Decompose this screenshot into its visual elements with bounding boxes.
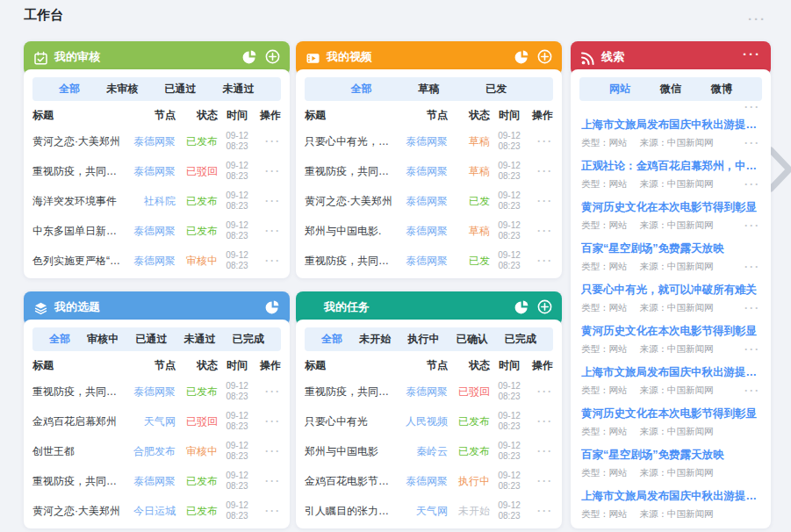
lead-title-link[interactable]: 上海市文旅局发布国庆中秋出游提示：重视防...: [581, 489, 760, 504]
tab-my-topic-1[interactable]: 审核中: [87, 332, 119, 347]
tab-my-video-2[interactable]: 已发: [485, 82, 507, 97]
pie-chart-icon[interactable]: [514, 49, 529, 64]
add-icon[interactable]: [537, 299, 552, 314]
row-more-button[interactable]: ···: [256, 506, 281, 516]
lead-more-button[interactable]: ···: [744, 262, 760, 272]
row-more-button[interactable]: ···: [529, 506, 553, 516]
status-badge: 已发布: [176, 134, 218, 149]
row-more-button[interactable]: ···: [256, 416, 281, 427]
row-title: 重视防疫，共同抗疫: [305, 164, 393, 179]
tab-my-task-4[interactable]: 已完成: [505, 332, 536, 347]
lead-title-link[interactable]: 黄河历史文化在本次电影节得到彰显: [581, 200, 760, 215]
row-more-button[interactable]: ···: [529, 416, 553, 427]
row-node-link[interactable]: 秦岭云: [393, 444, 448, 459]
row-clock: 08:23: [218, 511, 256, 521]
topic-table: 重视防疫，共同抗疫泰德网聚已发布09-1208:23···金鸡百花启幕郑州天气网…: [24, 377, 290, 526]
row-node-link[interactable]: 天气网: [121, 414, 176, 429]
lead-more-button[interactable]: ···: [744, 385, 760, 396]
tab-my-task-2[interactable]: 执行中: [407, 332, 439, 347]
row-date: 09-12: [490, 131, 529, 141]
pie-chart-icon[interactable]: [265, 299, 280, 314]
row-node-link[interactable]: 泰德网聚: [393, 164, 448, 179]
tab-my-review-0[interactable]: 全部: [59, 82, 80, 97]
row-more-button[interactable]: ···: [529, 136, 553, 147]
row-more-button[interactable]: ···: [529, 226, 553, 236]
row-more-button[interactable]: ···: [256, 255, 281, 266]
row-node-link[interactable]: 泰德网聚: [393, 385, 448, 399]
add-icon[interactable]: [265, 49, 280, 64]
tab-my-task-3[interactable]: 已确认: [457, 332, 488, 347]
row-more-button[interactable]: ···: [529, 446, 553, 457]
tab-my-topic-2[interactable]: 已通过: [135, 332, 167, 347]
row-more-button[interactable]: ···: [529, 255, 553, 266]
pie-chart-icon[interactable]: [514, 299, 529, 314]
row-time: 09-1208:23: [218, 250, 256, 271]
row-node-link[interactable]: 今日运城: [121, 504, 176, 519]
row-more-button[interactable]: ···: [529, 196, 553, 206]
page-more-button[interactable]: ···: [748, 12, 766, 25]
tab-my-video-1[interactable]: 草稿: [419, 82, 440, 97]
row-node-link[interactable]: 合肥发布: [121, 444, 176, 459]
row-more-button[interactable]: ···: [529, 476, 553, 486]
row-more-button[interactable]: ···: [256, 166, 281, 176]
tab-my-topic-3[interactable]: 未通过: [184, 332, 216, 347]
tab-my-review-1[interactable]: 未审核: [106, 82, 138, 97]
lead-more-button[interactable]: ···: [744, 220, 760, 231]
lead-title-link[interactable]: 百家“星空剧场”免费露天放映: [581, 241, 760, 256]
status-badge: 审核中: [176, 254, 218, 269]
row-node-link[interactable]: 天气网: [393, 504, 448, 519]
tab-leads-2[interactable]: 微博: [711, 82, 732, 97]
row-node-link[interactable]: 泰德网聚: [393, 194, 448, 209]
row-more-button[interactable]: ···: [256, 446, 281, 457]
row-node-link[interactable]: 泰德网聚: [121, 254, 176, 269]
lead-more-button[interactable]: ···: [744, 179, 760, 190]
row-node-link[interactable]: 社科院: [121, 194, 176, 209]
lead-title-link[interactable]: 上海市文旅局发布国庆中秋出游提示：重视防...: [581, 365, 760, 380]
pie-chart-icon[interactable]: [242, 49, 257, 64]
column-header: 时间: [218, 108, 256, 123]
tab-my-topic-4[interactable]: 已完成: [233, 332, 264, 347]
lead-more-button[interactable]: ···: [744, 344, 760, 355]
row-node-link[interactable]: 泰德网聚: [121, 385, 176, 399]
add-icon[interactable]: [537, 49, 552, 64]
lead-title-link[interactable]: 百家“星空剧场”免费露天放映: [581, 448, 760, 463]
row-node-link[interactable]: 泰德网聚: [121, 224, 176, 239]
row-more-button[interactable]: ···: [529, 386, 553, 397]
row-more-button[interactable]: ···: [256, 226, 281, 236]
tab-leads-0[interactable]: 网站: [609, 82, 630, 97]
row-node-link[interactable]: 泰德网聚: [393, 254, 448, 269]
lead-title-link[interactable]: 上海市文旅局发布国庆中秋出游提示：重视防...: [581, 118, 760, 133]
lead-title-link[interactable]: 只要心中有光，就可以冲破所有难关: [581, 283, 760, 298]
row-node-link[interactable]: 泰德网聚: [393, 224, 448, 239]
row-title: 黄河之恋·大美郑州: [32, 504, 121, 519]
row-more-button[interactable]: ···: [256, 196, 281, 206]
tab-my-review-3[interactable]: 未通过: [223, 82, 255, 97]
leads-tabs-more-button[interactable]: ···: [571, 102, 760, 112]
row-node-link[interactable]: 泰德网聚: [121, 164, 176, 179]
lead-title-link[interactable]: 黄河历史文化在本次电影节得到彰显: [581, 324, 760, 339]
row-more-button[interactable]: ···: [256, 386, 281, 397]
tab-my-task-1[interactable]: 未开始: [359, 332, 391, 347]
carousel-next-icon[interactable]: [767, 146, 791, 197]
more-icon[interactable]: ···: [743, 47, 761, 67]
tab-my-topic-0[interactable]: 全部: [49, 332, 70, 347]
lead-more-button[interactable]: ···: [744, 138, 760, 148]
row-more-button[interactable]: ···: [256, 476, 281, 486]
rss-icon: [580, 51, 595, 66]
tab-leads-1[interactable]: 微信: [660, 82, 681, 97]
lead-title-link[interactable]: 黄河历史文化在本次电影节得到彰显: [581, 406, 760, 421]
row-node-link[interactable]: 泰德网聚: [393, 134, 448, 149]
row-node-link[interactable]: 泰德网聚: [121, 134, 176, 149]
lead-more-button[interactable]: ···: [744, 303, 760, 313]
panel-my-video-body: 全部草稿已发 标题节点状态时间操作 只要心中有光，就可...泰德网聚草稿09-1…: [296, 69, 562, 278]
row-more-button[interactable]: ···: [529, 166, 553, 176]
row-more-button[interactable]: ···: [256, 136, 281, 147]
lead-title-link[interactable]: 正观社论：金鸡百花启幕郑州，中国电影回到...: [581, 159, 760, 174]
row-node-link[interactable]: 泰德网聚: [393, 474, 448, 489]
row-node-link[interactable]: 人民视频: [393, 414, 448, 429]
tab-my-review-2[interactable]: 已通过: [165, 82, 197, 97]
row-node-link[interactable]: 泰德网聚: [121, 474, 176, 489]
tab-my-task-0[interactable]: 全部: [321, 332, 342, 347]
panel-my-topic-body: 全部审核中已通过未通过已完成 标题节点状态时间操作 重视防疫，共同抗疫泰德网聚已…: [24, 320, 290, 528]
tab-my-video-0[interactable]: 全部: [351, 82, 372, 97]
